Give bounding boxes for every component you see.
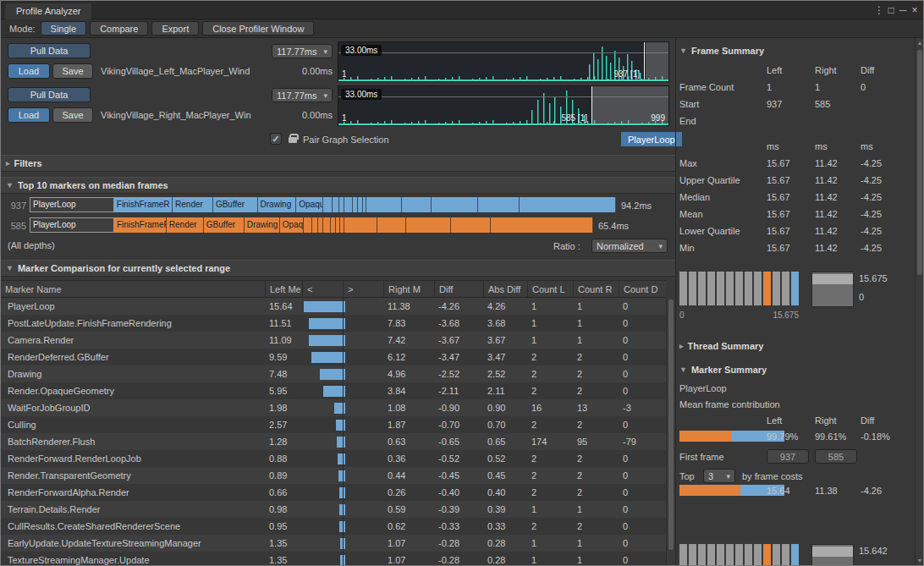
histogram-max-label: 15.675 bbox=[859, 273, 888, 283]
marker-segment[interactable] bbox=[406, 217, 451, 233]
table-row[interactable]: Render.TransparentGeometry0.890.44-0.450… bbox=[1, 467, 666, 484]
close-icon[interactable]: × bbox=[909, 4, 921, 16]
marker-segment[interactable]: Render bbox=[173, 197, 213, 212]
marker-segment[interactable] bbox=[344, 217, 378, 233]
marker-segment[interactable] bbox=[520, 197, 616, 212]
column-header-abs-diff[interactable]: Abs Diff bbox=[483, 281, 527, 297]
marker-segment[interactable] bbox=[402, 197, 432, 212]
marker-segment[interactable] bbox=[344, 197, 353, 212]
table-row[interactable]: RenderForwardAlpha.Render0.660.26-0.400.… bbox=[1, 484, 666, 501]
marker-segment[interactable] bbox=[451, 217, 491, 233]
scroll-up-icon[interactable]: ▲ bbox=[916, 38, 924, 48]
marker-segment[interactable]: FinishFrameR bbox=[114, 197, 173, 212]
column-header-right-median[interactable]: Right M bbox=[383, 281, 434, 297]
kebab-menu-icon[interactable]: ⋮ bbox=[873, 4, 885, 16]
table-row[interactable]: TextureStreamingManager.Update1.351.07-0… bbox=[1, 552, 666, 566]
column-header-right-bar[interactable]: > bbox=[343, 281, 383, 297]
marker-segment[interactable]: FinishFrameR bbox=[114, 217, 167, 233]
export-button[interactable]: Export bbox=[151, 21, 199, 36]
marker-segment[interactable] bbox=[478, 197, 520, 212]
chevron-down-icon: ▼ bbox=[6, 181, 14, 190]
table-row[interactable]: Render.OpaqueGeometry5.953.84-2.112.1122… bbox=[1, 382, 666, 399]
table-row[interactable]: RenderDeferred.GBuffer9.596.12-3.473.472… bbox=[1, 349, 666, 365]
left-frame-graph[interactable]: 33.00ms 1 937 [1] bbox=[338, 41, 669, 82]
close-profiler-window-button[interactable]: Close Profiler Window bbox=[202, 21, 314, 36]
table-row[interactable]: CullResults.CreateSharedRendererScene0.9… bbox=[1, 518, 666, 535]
load-right-button[interactable]: Load bbox=[8, 107, 50, 123]
first-frame-left-button[interactable]: 937 bbox=[767, 449, 809, 464]
load-left-button[interactable]: Load bbox=[8, 63, 50, 79]
column-header-left-median[interactable]: Left Me bbox=[265, 281, 302, 297]
table-row[interactable]: PostLateUpdate.FinishFrameRendering11.51… bbox=[1, 315, 666, 332]
left-range-max-dropdown[interactable]: 117.77ms ▾ bbox=[272, 44, 333, 58]
table-row[interactable]: WaitForJobGroupID1.981.08-0.900.901613-3 bbox=[1, 399, 666, 416]
marker-segment[interactable]: Opaqu bbox=[280, 217, 305, 233]
marker-segment[interactable] bbox=[333, 197, 339, 212]
table-scrollbar[interactable] bbox=[666, 298, 675, 566]
pull-data-left-button[interactable]: Pull Data bbox=[8, 43, 91, 58]
marker-comparison-section-header[interactable]: ▼ Marker Comparison for currently select… bbox=[1, 260, 675, 277]
column-header-left-bar[interactable]: < bbox=[302, 281, 343, 297]
tab-profile-analyzer[interactable]: Profile Analyzer bbox=[5, 3, 91, 19]
cell-left-median: 1.98 bbox=[265, 399, 302, 416]
minimize-icon[interactable]: ─ bbox=[897, 4, 909, 16]
column-header-count-diff[interactable]: Count D bbox=[619, 281, 666, 297]
marker-segment[interactable]: Drawing bbox=[245, 217, 280, 233]
panel-scrollbar[interactable]: ▲ ▼ bbox=[915, 38, 924, 566]
table-row[interactable]: Culling2.571.87-0.700.70220 bbox=[1, 416, 666, 433]
table-row[interactable]: PlayerLoop15.6411.38-4.264.26110 bbox=[1, 298, 666, 315]
right-range-max-dropdown[interactable]: 117.77ms ▾ bbox=[272, 88, 333, 102]
marker-segment[interactable] bbox=[491, 217, 593, 233]
table-row[interactable]: Drawing7.484.96-2.522.52220 bbox=[1, 365, 666, 382]
pull-data-right-button[interactable]: Pull Data bbox=[8, 87, 91, 102]
filters-section-header[interactable]: ▸ Filters bbox=[1, 155, 675, 172]
table-row[interactable]: BatchRenderer.Flush1.280.63-0.650.651749… bbox=[1, 433, 666, 450]
cell-count-left: 2 bbox=[527, 467, 573, 484]
marker-segment[interactable]: PlayerLoop bbox=[30, 217, 114, 233]
marker-segment[interactable]: GBuffer bbox=[204, 217, 245, 233]
table-row[interactable]: Terrain.Details.Render0.980.59-0.390.391… bbox=[1, 501, 666, 518]
selected-marker-chip[interactable]: PlayerLoop bbox=[621, 132, 682, 146]
thread-summary-header[interactable]: ▸ Thread Summary bbox=[679, 341, 763, 351]
marker-segment[interactable] bbox=[323, 217, 331, 233]
marker-segment[interactable] bbox=[304, 217, 311, 233]
scroll-down-icon[interactable]: ▼ bbox=[916, 556, 924, 566]
marker-segment[interactable] bbox=[323, 197, 332, 212]
top10-section-header[interactable]: ▼ Top 10 markers on median frames bbox=[1, 177, 675, 194]
cell-count-diff: 0 bbox=[619, 467, 666, 484]
mode-compare-button[interactable]: Compare bbox=[90, 21, 148, 36]
top-n-dropdown[interactable]: 3 ▾ bbox=[703, 469, 735, 483]
lock-icon[interactable] bbox=[289, 137, 297, 143]
mode-single-button[interactable]: Single bbox=[41, 21, 87, 36]
marker-segment[interactable]: PlayerLoop bbox=[30, 197, 114, 212]
save-left-button[interactable]: Save bbox=[52, 63, 93, 79]
table-row[interactable]: EarlyUpdate.UpdateTextureStreamingManage… bbox=[1, 535, 666, 552]
cell-right-median: 0.62 bbox=[383, 518, 434, 535]
column-header-count-left[interactable]: Count L bbox=[527, 281, 573, 297]
ratio-dropdown[interactable]: Normalized ▾ bbox=[591, 239, 668, 253]
marker-segment[interactable] bbox=[432, 197, 478, 212]
maximize-icon[interactable]: □ bbox=[885, 4, 897, 16]
marker-segment[interactable]: Opaqu bbox=[296, 197, 323, 212]
pair-graph-selection-checkbox[interactable]: ✓ bbox=[270, 133, 282, 145]
marker-segment[interactable] bbox=[377, 217, 405, 233]
table-row[interactable]: RenderForward.RenderLoopJob0.880.36-0.52… bbox=[1, 450, 666, 467]
marker-segment[interactable] bbox=[312, 217, 318, 233]
right-frame-graph[interactable]: 33.00ms 1 585 [1] 999 bbox=[338, 85, 669, 126]
table-row[interactable]: Camera.Render11.097.42-3.673.67110 bbox=[1, 332, 666, 349]
panel-scrollbar-thumb[interactable] bbox=[917, 50, 922, 275]
marker-segment[interactable] bbox=[366, 197, 402, 212]
cell-right-median: 7.42 bbox=[383, 332, 434, 349]
table-scrollbar-thumb[interactable] bbox=[668, 299, 674, 550]
save-right-button[interactable]: Save bbox=[52, 107, 93, 123]
column-header-marker-name[interactable]: Marker Name bbox=[1, 281, 265, 297]
first-frame-right-button[interactable]: 585 bbox=[815, 449, 857, 464]
column-header-diff[interactable]: Diff bbox=[434, 281, 483, 297]
marker-segment[interactable]: Drawing bbox=[258, 197, 297, 212]
marker-summary-header[interactable]: ▼ Marker Summary bbox=[679, 365, 767, 375]
column-header-count-right[interactable]: Count R bbox=[573, 281, 619, 297]
frame-summary-header[interactable]: ▼ Frame Summary bbox=[679, 46, 764, 56]
marker-segment[interactable]: Render bbox=[167, 217, 204, 233]
marker-segment[interactable]: GBuffer bbox=[213, 197, 258, 212]
cell-right-bar bbox=[343, 467, 383, 484]
